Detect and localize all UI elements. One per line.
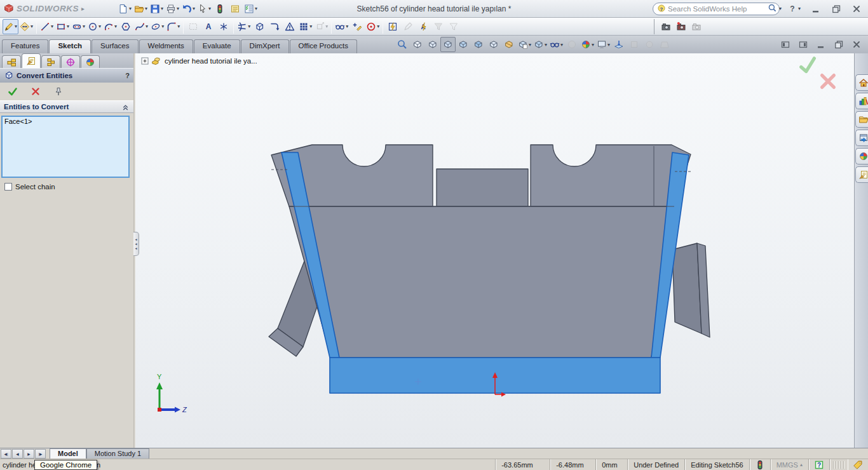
screen-capture-icon[interactable] [658,19,674,34]
tab-surfaces[interactable]: Surfaces [92,39,138,53]
offset-entities-icon[interactable] [267,19,282,34]
print-dropdown-icon[interactable]: ▾ [177,6,179,11]
select-icon[interactable]: ▾ [196,1,212,17]
polygon-icon[interactable] [118,19,133,34]
options-icon[interactable]: ▾ [243,1,259,17]
view-palette-icon[interactable] [855,130,868,146]
dimxpertmanager-icon[interactable] [61,55,80,68]
status-help-icon[interactable]: ? [811,457,827,470]
new-document-icon[interactable]: ▾ [117,1,133,17]
select-dropdown-icon[interactable]: ▾ [208,6,211,11]
zoom-to-fit-icon[interactable] [395,37,410,52]
toolbar-expand-icon[interactable]: ▸ [81,5,85,12]
collapse-chevron-icon[interactable] [121,103,130,111]
view-orientation-dropdown-icon[interactable]: ▾ [545,42,547,48]
sketch-icon[interactable]: ▾ [3,19,18,34]
save-dropdown-icon[interactable]: ▾ [161,6,163,11]
view-shaded-icon[interactable] [471,37,486,52]
ellipse-icon[interactable]: ▾ [149,19,165,34]
view-hidden-lines-removed-icon[interactable] [440,37,456,52]
no-solve-move-dropdown-icon[interactable]: ▾ [377,24,379,29]
view-hidden-lines-visible-icon[interactable] [425,37,440,52]
hide-show-items-dropdown-icon[interactable]: ▾ [560,42,563,48]
featuremanager-tree-icon[interactable] [2,55,21,68]
entities-to-convert-list[interactable]: Face<1> [1,116,130,178]
straight-slot-dropdown-icon[interactable]: ▾ [83,24,85,29]
mirror-entities-icon[interactable] [282,19,297,34]
solidworks-resources-icon[interactable] [855,74,868,91]
instant2d-icon[interactable]: A [416,19,431,34]
view-settings-icon[interactable]: ▾ [595,37,611,52]
quick-snaps-icon[interactable] [385,19,400,34]
status-stoplight-icon[interactable] [752,457,768,470]
appearances-scenes-icon[interactable] [855,148,868,164]
frame-forward-icon[interactable]: ▶ [24,449,34,459]
tab-model[interactable]: Model [50,448,86,459]
help-icon[interactable]: ? [125,72,130,79]
linear-sketch-pattern-dropdown-icon[interactable]: ▾ [309,24,312,29]
frame-back-icon[interactable]: ◀ [12,449,23,459]
section-view-icon[interactable] [501,37,517,52]
view-draft-quality-icon[interactable] [486,37,501,52]
options-dropdown-icon[interactable]: ▾ [255,6,257,11]
stoplight-icon[interactable] [212,1,227,17]
configurationmanager-icon[interactable] [41,55,60,68]
view-settings-dropdown-icon[interactable]: ▾ [607,42,610,48]
entities-to-convert-header[interactable]: Entities to Convert [0,100,133,113]
repair-sketch-icon[interactable] [349,19,365,34]
tab-features[interactable]: Features [2,39,48,53]
ellipse-dropdown-icon[interactable]: ▾ [161,24,164,29]
display-delete-relations-icon[interactable]: ▾ [334,19,349,34]
panel-collapse-handle[interactable]: ◂◂◂ [133,232,139,256]
file-explorer-icon[interactable] [855,111,868,128]
tab-sketch[interactable]: Sketch [49,39,91,53]
smart-dimension-icon[interactable]: ▾ [18,19,34,34]
model-main-body[interactable] [289,206,674,358]
confirm-ok-icon[interactable] [796,57,819,73]
apply-scene-icon[interactable]: ▾ [580,37,595,52]
sketch-fillet-icon[interactable]: ▾ [165,19,181,34]
display-delete-relations-dropdown-icon[interactable]: ▾ [346,24,348,29]
tab-dimxpert[interactable]: DimXpert [241,39,289,53]
tab-evaluate[interactable]: Evaluate [194,39,240,53]
appearance-note-icon[interactable] [227,1,243,17]
convert-entities-icon[interactable] [252,19,267,34]
open-document-dropdown-icon[interactable]: ▾ [145,6,147,11]
display-style-icon[interactable]: ▾ [517,37,532,52]
minimize-window-icon[interactable] [808,1,824,17]
model-right-port[interactable] [672,243,702,333]
new-document-dropdown-icon[interactable]: ▾ [129,6,132,11]
trim-entities-dropdown-icon[interactable]: ▾ [248,24,250,29]
search-input[interactable] [668,5,766,13]
rewind-icon[interactable]: ◀| [1,449,11,459]
tab-motion-study-1[interactable]: Motion Study 1 [86,448,149,459]
custom-properties-icon[interactable] [855,166,868,183]
select-chain-checkbox[interactable] [4,183,12,191]
minimize-document-icon[interactable] [813,37,829,52]
flyout-part-name[interactable]: cylinder head tutorial ile ya... [165,57,257,65]
pane-left-toggle-icon[interactable] [778,37,793,52]
restore-document-icon[interactable] [831,37,846,52]
corner-rectangle-icon[interactable]: ▾ [55,19,71,34]
graphics-viewport[interactable]: cylinder head tutorial ile ya... [135,53,854,448]
selected-entity-item[interactable]: Face<1> [4,117,126,126]
help-question-icon[interactable]: ?▾ [786,1,802,17]
line-dropdown-icon[interactable]: ▾ [51,24,53,29]
close-window-icon[interactable] [849,1,864,17]
status-units[interactable]: MMGS ▴ [770,459,808,470]
cancel-icon[interactable] [28,84,43,99]
tags-icon[interactable] [850,457,865,470]
centerpoint-arc-dropdown-icon[interactable]: ▾ [114,24,117,29]
propertymanager-icon[interactable] [22,53,41,68]
point-icon[interactable] [216,19,231,34]
help-question-dropdown-icon[interactable]: ▾ [798,6,801,11]
centerpoint-arc-icon[interactable]: ▾ [102,19,118,34]
ok-icon[interactable] [5,84,20,99]
camera-anchor-icon[interactable] [611,37,627,52]
expand-tree-icon[interactable] [139,56,151,66]
undo-dropdown-icon[interactable]: ▾ [193,6,195,11]
print-icon[interactable]: ▾ [165,1,180,17]
view-orientation-icon[interactable]: ▾ [532,37,548,52]
spline-icon[interactable]: ▾ [133,19,149,34]
search-dropdown-icon[interactable]: ▾ [779,6,782,11]
